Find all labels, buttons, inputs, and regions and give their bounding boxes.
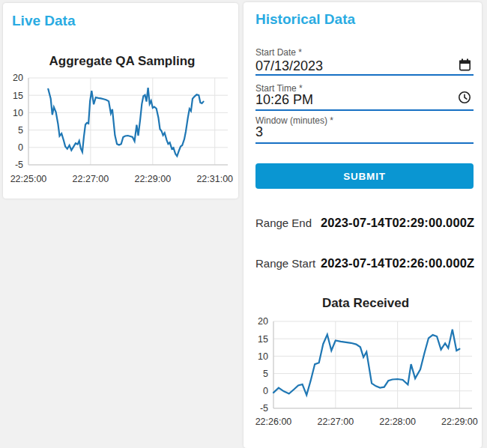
chart-title: Aggregate QA Sampling bbox=[49, 54, 196, 68]
y-tick-label: 5 bbox=[18, 125, 23, 136]
range-start-row: Range Start 2023-07-14T02:26:00.000Z bbox=[255, 256, 474, 270]
range-end-row: Range End 2023-07-14T02:29:00.000Z bbox=[255, 216, 474, 230]
y-tick-label: 0 bbox=[263, 386, 268, 396]
y-tick-label: -5 bbox=[260, 403, 268, 414]
y-tick-label: 20 bbox=[258, 316, 268, 327]
historical-data-panel: Historical Data Start Date * 07/13/2023 … bbox=[244, 2, 482, 448]
submit-button[interactable]: SUBMIT bbox=[255, 163, 474, 189]
range-start-value: 2023-07-14T02:26:00.000Z bbox=[321, 256, 474, 270]
y-tick-label: 20 bbox=[13, 73, 23, 83]
live-data-heading: Live Data bbox=[12, 13, 75, 29]
window-minutes-input[interactable]: 3 bbox=[255, 124, 263, 140]
live-chart: 20151050-522:25:0022:27:0022:29:0022:31:… bbox=[3, 45, 238, 195]
line-series bbox=[48, 88, 203, 156]
start-time-underline bbox=[255, 109, 474, 111]
x-tick-label: 22:31:00 bbox=[196, 174, 233, 184]
x-tick-label: 22:27:00 bbox=[317, 417, 354, 427]
y-tick-label: 10 bbox=[258, 351, 268, 362]
range-end-label: Range End bbox=[255, 217, 321, 229]
page: { "page": {"background": "#f1f1f1", "acc… bbox=[0, 0, 487, 448]
start-date-input[interactable]: 07/13/2023 bbox=[255, 58, 323, 74]
live-data-panel: Live Data 20151050-522:25:0022:27:0022:2… bbox=[3, 3, 238, 199]
y-tick-label: 15 bbox=[13, 91, 23, 101]
x-tick-label: 22:28:00 bbox=[379, 417, 416, 427]
start-date-label: Start Date * bbox=[255, 47, 302, 58]
x-tick-label: 22:27:00 bbox=[73, 174, 109, 184]
y-tick-label: 10 bbox=[13, 108, 23, 118]
start-date-underline bbox=[255, 74, 474, 76]
range-start-label: Range Start bbox=[255, 257, 321, 270]
y-tick-label: 0 bbox=[18, 142, 23, 153]
x-tick-label: 22:25:00 bbox=[10, 174, 47, 184]
start-time-input[interactable]: 10:26 PM bbox=[255, 92, 313, 108]
line-series bbox=[273, 330, 459, 396]
x-tick-label: 22:26:00 bbox=[255, 417, 292, 427]
historical-data-heading: Historical Data bbox=[255, 11, 355, 28]
x-tick-label: 22:29:00 bbox=[134, 174, 171, 184]
calendar-icon[interactable] bbox=[459, 58, 471, 74]
y-tick-label: 15 bbox=[258, 334, 268, 345]
data-received-chart: 20151050-522:26:0022:27:0022:28:0022:29:… bbox=[244, 291, 482, 441]
y-tick-label: -5 bbox=[15, 160, 23, 170]
window-minutes-label: Window (minutes) * bbox=[255, 115, 333, 126]
window-minutes-underline bbox=[255, 142, 474, 144]
chart-title: Data Received bbox=[322, 296, 409, 310]
y-tick-label: 5 bbox=[263, 369, 268, 379]
x-tick-label: 22:29:00 bbox=[441, 417, 478, 427]
range-end-value: 2023-07-14T02:29:00.000Z bbox=[321, 216, 474, 230]
clock-icon[interactable] bbox=[458, 91, 471, 107]
